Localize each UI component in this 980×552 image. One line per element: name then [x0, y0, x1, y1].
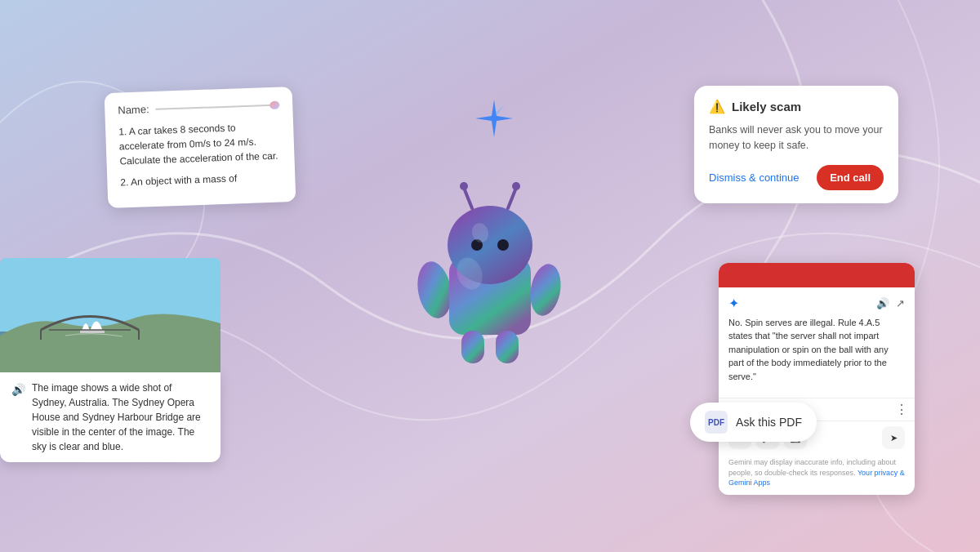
- svg-point-10: [497, 239, 509, 251]
- scam-body-text: Banks will never ask you to move your mo…: [709, 122, 884, 154]
- sydney-caption-text: The image shows a wide shot of Sydney, A…: [32, 381, 209, 454]
- card-scam: ⚠️ Likely scam Banks will never ask you …: [694, 86, 898, 203]
- scam-actions: Dismiss & continue End call: [709, 165, 884, 190]
- quiz-name-line: Name:: [118, 99, 279, 117]
- gemini-star-icon: ✦: [728, 296, 739, 311]
- pdf-icon: PDF: [705, 411, 728, 434]
- gemini-header: ✦ 🔊 ↗: [728, 296, 905, 311]
- sydney-caption: 🔊 The image shows a wide shot of Sydney,…: [0, 372, 220, 462]
- scam-title: Likely scam: [732, 100, 801, 114]
- more-options-icon[interactable]: ⋮: [895, 402, 908, 417]
- card-ask-pdf[interactable]: PDF Ask this PDF: [690, 403, 817, 442]
- quiz-name-bar: [156, 104, 280, 109]
- external-link-icon[interactable]: ↗: [896, 297, 905, 309]
- gemini-content: ✦ 🔊 ↗ No. Spin serves are illegal. Rule …: [719, 287, 915, 398]
- svg-line-5: [464, 188, 472, 208]
- volume-icon[interactable]: 🔊: [876, 297, 889, 309]
- gemini-red-bar: [719, 263, 915, 287]
- android-mascot: [400, 159, 580, 372]
- card-sydney: 🔊 The image shows a wide shot of Sydney,…: [0, 258, 220, 462]
- svg-rect-12: [496, 331, 519, 363]
- scam-header: ⚠️ Likely scam: [709, 99, 884, 114]
- sydney-photo: [0, 258, 220, 372]
- svg-line-6: [508, 188, 516, 208]
- send-icon-btn[interactable]: ➤: [882, 426, 905, 449]
- quiz-question-1: 1. A car takes 8 seconds to accelerate f…: [118, 119, 282, 169]
- card-gemini-overlay: ✦ 🔊 ↗ No. Spin serves are illegal. Rule …: [719, 263, 915, 495]
- dismiss-button[interactable]: Dismiss & continue: [709, 167, 800, 189]
- svg-point-2: [527, 261, 565, 318]
- gemini-answer-text: No. Spin serves are illegal. Rule 4.A.5 …: [728, 316, 905, 384]
- warning-icon: ⚠️: [709, 99, 725, 114]
- card-quiz: Name: 1. A car takes 8 seconds to accele…: [105, 87, 296, 208]
- ask-pdf-label: Ask this PDF: [736, 416, 802, 429]
- svg-point-8: [512, 182, 520, 190]
- gemini-top-icons: 🔊 ↗: [876, 297, 905, 309]
- quiz-question-2: 2. An object with a mass of: [120, 170, 283, 190]
- gemini-footer: Gemini may display inaccurate info, incl…: [719, 454, 915, 495]
- gemini-sparkle: [474, 98, 514, 146]
- audio-icon: 🔊: [11, 381, 25, 398]
- svg-rect-11: [461, 331, 484, 363]
- quiz-name-label: Name:: [118, 103, 149, 116]
- svg-point-7: [460, 182, 468, 190]
- end-call-button[interactable]: End call: [817, 165, 884, 190]
